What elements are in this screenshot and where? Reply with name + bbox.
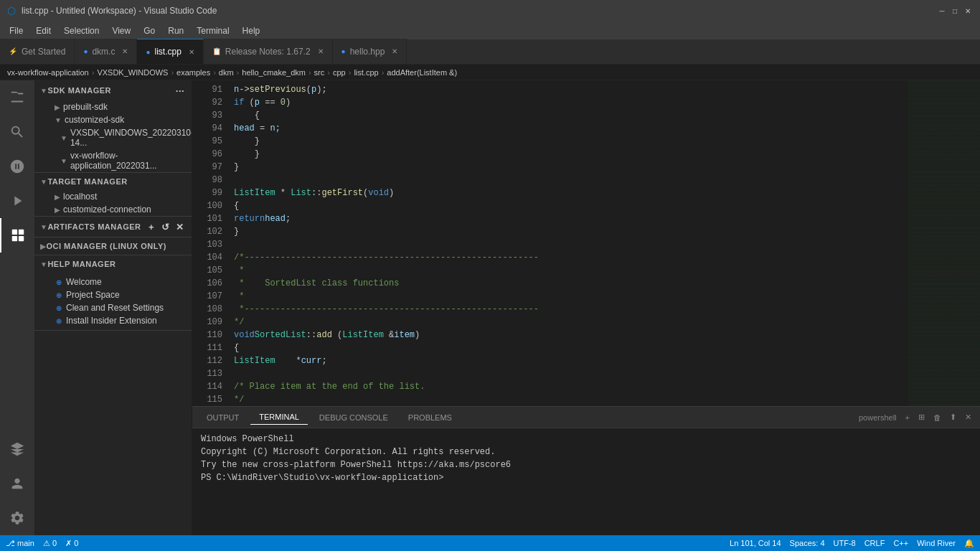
terminal-content[interactable]: Windows PowerShellCopyright (C) Microsof…: [192, 428, 980, 535]
status-right: Ln 101, Col 14 Spaces: 4 UTF-8 CRLF C++ …: [730, 539, 974, 548]
breadcrumb-part-5[interactable]: hello_cmake_dkm: [242, 68, 306, 77]
help-item-welcome[interactable]: ⊕ Welcome: [34, 276, 192, 288]
breadcrumb-part-6[interactable]: src: [314, 68, 325, 77]
line-number: 100: [192, 199, 222, 212]
chevron-icon: ▼: [60, 134, 67, 142]
tab-dkm-c[interactable]: ● dkm.c ✕: [75, 39, 137, 64]
terminal-split-btn[interactable]: ⊞: [915, 411, 928, 423]
activity-settings[interactable]: [0, 501, 34, 535]
status-wind-river[interactable]: Wind River: [917, 539, 956, 547]
breadcrumb-part-8[interactable]: list.cpp: [354, 68, 378, 77]
status-eol[interactable]: CRLF: [864, 539, 885, 547]
artifacts-add-btn[interactable]: +: [146, 221, 157, 232]
target-item-localhost[interactable]: ▶ localhost: [34, 190, 192, 203]
activity-extensions[interactable]: [0, 218, 34, 253]
terminal-shell-label[interactable]: powershell: [856, 412, 900, 423]
sdk-manager-more[interactable]: ···: [174, 85, 186, 96]
app-icon: ⬡: [7, 5, 16, 17]
code-line: [234, 238, 908, 251]
status-language[interactable]: C++: [893, 539, 908, 547]
minimize-btn[interactable]: ─: [937, 6, 947, 16]
code-line: *---------------------------------------…: [234, 303, 908, 316]
tab-close-dkm-c[interactable]: ✕: [122, 47, 128, 55]
menu-view[interactable]: View: [106, 24, 136, 38]
breadcrumb-part-9[interactable]: addAfter(ListItem &): [387, 68, 457, 77]
tab-close-hello-hpp[interactable]: ✕: [392, 47, 397, 55]
status-position[interactable]: Ln 101, Col 14: [730, 539, 781, 547]
help-item-install-extension[interactable]: ⊕ Install Insider Extension: [34, 314, 192, 327]
target-item-custom-conn[interactable]: ▶ customized-connection: [34, 203, 192, 216]
sdk-item-customized[interactable]: ▼ customized-sdk: [34, 113, 192, 126]
status-encoding[interactable]: UTF-8: [834, 539, 856, 547]
line-number: 98: [192, 174, 222, 187]
terminal-trash-btn[interactable]: 🗑: [930, 412, 944, 423]
tab-close-list-cpp[interactable]: ✕: [189, 48, 194, 56]
tab-close-release-notes[interactable]: ✕: [318, 47, 324, 55]
activity-wind-river[interactable]: [0, 432, 34, 466]
terminal-maximize-btn[interactable]: ⬆: [947, 411, 959, 423]
tab-release-notes[interactable]: 📋 Release Notes: 1.67.2 ✕: [204, 39, 333, 64]
sdk-manager-header[interactable]: ▼ SDK MANAGER ···: [34, 80, 192, 100]
status-spaces[interactable]: Spaces: 4: [790, 539, 825, 547]
help-item-project-space[interactable]: ⊕ Project Space: [34, 288, 192, 301]
status-errors[interactable]: ✗ 0: [65, 539, 78, 548]
panel-tab-debug-console[interactable]: DEBUG CONSOLE: [311, 410, 397, 425]
panel-tab-problems[interactable]: PROBLEMS: [400, 410, 461, 425]
terminal-close-btn[interactable]: ✕: [962, 411, 974, 423]
code-line: */: [234, 393, 908, 406]
breadcrumb-part-3[interactable]: examples: [176, 68, 210, 77]
help-item-clean-reset[interactable]: ⊕ Clean and Reset Settings: [34, 301, 192, 314]
menu-help[interactable]: Help: [237, 24, 266, 38]
tab-list-cpp[interactable]: ● list.cpp ✕: [137, 39, 203, 64]
menu-edit[interactable]: Edit: [30, 24, 57, 38]
activity-search[interactable]: [0, 115, 34, 149]
activity-git[interactable]: [0, 149, 34, 184]
titlebar-title: list.cpp - Untitled (Workspace) - Visual…: [22, 6, 217, 16]
sdk-item-vxsdk[interactable]: ▼ VXSDK_WINDOWS_20220310-14...: [34, 126, 192, 149]
svg-rect-0: [12, 230, 17, 235]
activity-explorer[interactable]: [0, 80, 34, 115]
help-item-welcome-label: Welcome: [66, 277, 102, 287]
artifacts-manager-header[interactable]: ▼ ARTIFACTS MANAGER + ↺ ✕: [34, 217, 192, 237]
menu-go[interactable]: Go: [138, 24, 161, 38]
breadcrumb-sep-6: ›: [327, 68, 330, 77]
artifacts-manager-title: ARTIFACTS MANAGER: [47, 222, 146, 231]
panel-tab-output[interactable]: OUTPUT: [198, 410, 248, 425]
menu-run[interactable]: Run: [162, 24, 189, 38]
terminal-new-btn[interactable]: +: [903, 412, 913, 423]
breadcrumb-part-2[interactable]: VXSDK_WINDOWS: [97, 68, 168, 77]
code-line: void SortedList::add (ListItem &item): [234, 329, 908, 342]
artifacts-refresh-btn[interactable]: ↺: [160, 221, 171, 232]
status-warnings[interactable]: ⚠ 0: [43, 539, 57, 548]
status-bell-icon[interactable]: 🔔: [964, 539, 974, 548]
maximize-btn[interactable]: □: [950, 6, 960, 16]
code-content[interactable]: n->setPrevious(p); if (p == 0) { head = …: [228, 80, 908, 406]
activity-accounts[interactable]: [0, 466, 34, 501]
tab-get-started[interactable]: ⚡ Get Started: [0, 39, 75, 64]
minimap: [908, 80, 980, 406]
help-manager-header[interactable]: ▼ HELP MANAGER: [34, 255, 192, 273]
oci-manager-section: ▶ OCI MANAGER (LINUX ONLY): [34, 237, 192, 255]
menu-terminal[interactable]: Terminal: [191, 24, 235, 38]
breadcrumb-part-4[interactable]: dkm: [219, 68, 234, 77]
panel-tab-terminal[interactable]: TERMINAL: [250, 410, 308, 425]
code-editor[interactable]: 9192939495969798991001011021031041051061…: [192, 80, 980, 406]
menu-selection[interactable]: Selection: [58, 24, 105, 38]
activity-debug[interactable]: [0, 184, 34, 218]
sdk-item-vxworkflow[interactable]: ▼ vx-workflow-application_2022031...: [34, 149, 192, 172]
chevron-icon: ▶: [55, 193, 60, 201]
line-number: 99: [192, 187, 222, 199]
sdk-item-prebuilt[interactable]: ▶ prebuilt-sdk: [34, 100, 192, 113]
target-manager-header[interactable]: ▼ TARGET MANAGER: [34, 173, 192, 190]
target-manager-chevron: ▼: [40, 178, 47, 186]
menu-file[interactable]: File: [4, 24, 29, 38]
breadcrumb-part-1[interactable]: vx-workflow-application: [7, 68, 89, 77]
artifacts-clear-btn[interactable]: ✕: [174, 221, 186, 232]
breadcrumb: vx-workflow-application › VXSDK_WINDOWS …: [0, 65, 980, 80]
breadcrumb-part-7[interactable]: cpp: [333, 68, 346, 77]
close-btn[interactable]: ✕: [963, 6, 973, 16]
oci-manager-header[interactable]: ▶ OCI MANAGER (LINUX ONLY): [34, 237, 192, 255]
code-line: if (p == 0): [234, 96, 908, 109]
status-branch[interactable]: ⎇ main: [6, 539, 34, 548]
tab-hello-hpp[interactable]: ● hello.hpp ✕: [333, 39, 407, 64]
